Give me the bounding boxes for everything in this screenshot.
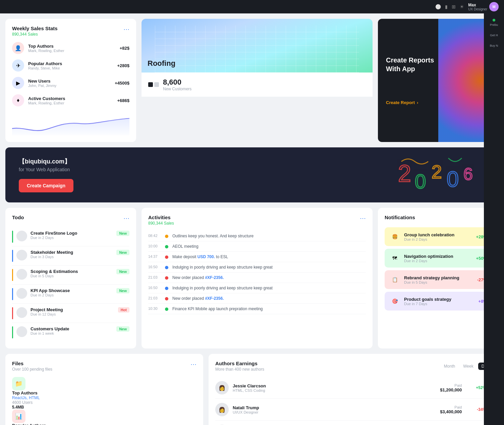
stat-name: New Users xyxy=(28,79,111,84)
campaign-decoration: 2 0 2 0 6 xyxy=(391,147,492,202)
todo-card: Todo ⋯ Create FireStone Logo Due in 2 Da… xyxy=(5,208,136,348)
file-icon: 📊 xyxy=(12,410,25,423)
todo-avatar xyxy=(16,288,27,299)
activity-time: 10:00 xyxy=(148,244,161,249)
activity-dot xyxy=(165,235,168,238)
file-name: Top Authors xyxy=(12,390,197,395)
campaign-domain: 【biqubiqu.com】 xyxy=(19,157,73,166)
brightness-icon[interactable]: ☀ xyxy=(460,4,464,9)
stat-authors: Mark, Rowling, Esther xyxy=(28,101,113,105)
file-icon: 📁 xyxy=(12,377,25,390)
activity-text: Make deposit USD 700. to ESL xyxy=(172,254,228,259)
activities-menu[interactable]: ⋯ xyxy=(360,215,366,222)
activities-card: Activities 890,344 Sales ⋯ 08:42 Outline… xyxy=(142,208,373,348)
activity-item: 10:30 Finance KPI Mobile app launch prep… xyxy=(148,304,366,314)
todo-bar xyxy=(12,326,13,338)
svg-text:0: 0 xyxy=(447,167,459,191)
activity-link[interactable]: USD 700. xyxy=(198,254,215,259)
activity-dot xyxy=(165,266,168,269)
notifications-card: Notifications ⋯ 🍔 Group lunch celebratio… xyxy=(378,208,499,348)
activity-text: Outlines keep you honest. And keep struc… xyxy=(172,234,254,238)
earnings-sub: More than 400 new authors xyxy=(215,367,264,372)
square-dark xyxy=(148,82,153,87)
activity-text: New order placed #XF-2356. xyxy=(172,296,224,301)
activities-title: Activities xyxy=(148,215,174,220)
panel-item-buyn[interactable]: Buy N xyxy=(490,44,498,47)
panel-item-prebu[interactable]: Prebu xyxy=(490,19,498,27)
panel-item-geth[interactable]: Get H xyxy=(490,33,498,37)
stat-item: ▶ New Users John, Pat, Jimmy +4500$ xyxy=(12,77,129,89)
search-icon[interactable]: ⚪ xyxy=(435,4,441,9)
right-panel: Prebu Get H Buy N xyxy=(484,13,504,425)
todo-avatar xyxy=(16,269,27,280)
activity-time: 21:03 xyxy=(148,275,161,280)
activity-dot xyxy=(165,308,168,311)
create-report-button[interactable]: Create Report › xyxy=(386,100,491,105)
todo-list: Create FireStone Logo Due in 2 Days New … xyxy=(12,227,129,342)
file-item: 📁 Top Authors ReactJs, HTML 4600 Users 5… xyxy=(12,377,197,410)
notification-item: 🍔 Group lunch celebration Due in 2 Days … xyxy=(385,227,492,246)
stat-value: +686$ xyxy=(117,98,129,103)
notification-title: Navigation optimization xyxy=(404,254,472,259)
notification-item: 🗺 Navigation optimization Due in 2 Days … xyxy=(385,249,492,268)
weekly-sales-sub: 890,344 Sales xyxy=(12,32,58,37)
sales-chart xyxy=(12,112,129,135)
file-item: 📊 Popular Authors Python, MySQL 7200 Use… xyxy=(12,410,197,425)
earnings-header: Authors Earnings More than 400 new autho… xyxy=(215,361,492,372)
activity-dot xyxy=(165,255,168,259)
todo-menu[interactable]: ⋯ xyxy=(123,215,129,222)
stat-name: Active Customers xyxy=(28,96,113,101)
author-role: UI/UX Designer xyxy=(233,410,436,414)
todo-item: Customers Update Due in 1 week New xyxy=(12,323,129,342)
grid-icon[interactable]: ⊞ xyxy=(452,4,456,9)
notification-icon: 📋 xyxy=(389,274,400,285)
notification-title: Rebrand strategy planning xyxy=(404,275,473,280)
svg-text:2: 2 xyxy=(432,161,442,182)
period-week-btn[interactable]: Week xyxy=(460,363,477,370)
activity-item: 08:42 Outlines keep you honest. And keep… xyxy=(148,231,366,241)
stat-name: Popular Authors xyxy=(28,61,113,66)
notification-title: Product goals strategy xyxy=(404,297,474,302)
todo-item: Scoping & Estimations Due in 5 Days New xyxy=(12,266,129,285)
author-amount: $1,200,000 xyxy=(440,387,462,392)
user-avatar[interactable]: M xyxy=(489,2,499,11)
stat-authors: Mark, Rowling, Esther xyxy=(28,49,116,53)
file-tech: ReactJs, HTML xyxy=(12,395,197,400)
user-name: Max xyxy=(468,3,487,7)
activity-link[interactable]: #XF-2356. xyxy=(205,275,224,280)
weekly-sales-menu[interactable]: ⋯ xyxy=(123,26,129,33)
weekly-sales-card: Weekly Sales Stats 890,344 Sales ⋯ 👤 Top… xyxy=(5,19,136,142)
notification-item: 📋 Rebrand strategy planning Due in 5 Day… xyxy=(385,270,492,289)
todo-due: Due in 12 Days xyxy=(31,312,115,316)
period-month-btn[interactable]: Month xyxy=(441,363,458,370)
stat-value: +82$ xyxy=(120,46,129,51)
authors-list: 👩 Jessie Clarcson HTML, CSS Coding Paid … xyxy=(215,377,492,425)
todo-item: Stakeholder Meeting Due in 3 Days New xyxy=(12,246,129,266)
file-users: 4600 Users xyxy=(12,400,197,405)
todo-name: Customers Update xyxy=(31,326,113,331)
svg-text:0: 0 xyxy=(415,170,426,193)
user-role: UX Designer xyxy=(468,7,487,11)
author-amount: $3,400,000 xyxy=(440,409,462,414)
files-menu[interactable]: ⋯ xyxy=(190,361,197,368)
user-profile[interactable]: Max UX Designer M xyxy=(468,2,499,11)
activity-item: 21:03 New order placed #XF-2356. xyxy=(148,273,366,283)
create-campaign-button[interactable]: Create Campaign xyxy=(19,179,73,192)
notification-subtitle: Due in 5 Days xyxy=(404,280,473,284)
notification-item: 🎯 Product goals strategy Due in 7 Days +… xyxy=(385,292,492,311)
activity-list: 08:42 Outlines keep you honest. And keep… xyxy=(148,231,366,314)
stat-icon: ♦ xyxy=(12,94,24,106)
stat-item: 👤 Top Authors Mark, Rowling, Esther +82$ xyxy=(12,42,129,54)
file-name: Popular Authors xyxy=(12,423,197,425)
files-sub: Over 100 pending files xyxy=(12,367,52,372)
activity-link[interactable]: #XF-2356. xyxy=(205,296,224,301)
notification-subtitle: Due in 2 Days xyxy=(404,237,472,241)
reports-card: Create ReportsWith App Create Report › xyxy=(378,19,499,142)
roofing-title: Roofing xyxy=(148,59,175,68)
activity-item: 10:00 AEOL meeting xyxy=(148,241,366,252)
stat-authors: John, Pat, Jimmy xyxy=(28,84,111,88)
stat-icon: ✈ xyxy=(12,59,24,72)
todo-name: KPI App Showcase xyxy=(31,288,113,293)
activity-dot xyxy=(165,287,168,290)
todo-item: KPI App Showcase Due in 2 Days New xyxy=(12,285,129,304)
